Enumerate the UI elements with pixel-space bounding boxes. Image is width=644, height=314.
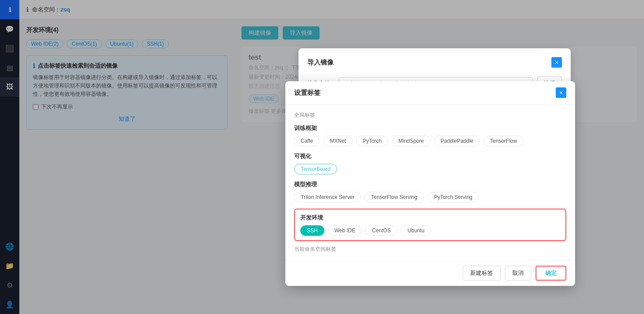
tag-triton[interactable]: Triton Inference Server — [294, 192, 361, 202]
tags-dialog-footer: 新建标签 取消 确定 — [285, 260, 575, 286]
tag-mindspore[interactable]: MindSpore — [392, 136, 431, 146]
tag-tensorboard[interactable]: TensorBoard — [294, 164, 337, 174]
tag-paddlepaddle[interactable]: PaddlePaddle — [434, 136, 480, 146]
tag-pytorch[interactable]: PyTorch — [356, 136, 388, 146]
dev-env-tags-row: SSH Web IDE CentOS Ubuntu — [300, 225, 560, 236]
tags-dialog: 设置标签 × 全局标签 训练框架 Caffe MXNet PyTorch Min… — [285, 81, 575, 286]
tags-confirm-button[interactable]: 确定 — [536, 266, 566, 281]
training-tags-row: Caffe MXNet PyTorch MindSpore PaddlePadd… — [294, 136, 566, 146]
model-inference-section: 模型推理 Triton Inference Server TensorFlow … — [294, 180, 566, 202]
new-tag-button[interactable]: 新建标签 — [463, 266, 500, 281]
training-section-title: 训练框架 — [294, 124, 566, 132]
tag-ubuntu[interactable]: Ubuntu — [401, 225, 431, 236]
tag-tensorflow-serving[interactable]: TensorFlow Serving — [364, 192, 424, 202]
namespace-tags-label: 当前命名空间标签 — [294, 245, 566, 253]
visualization-tags-row: TensorBoard — [294, 164, 566, 174]
tag-centos[interactable]: CentOS — [365, 225, 397, 236]
tag-web-ide[interactable]: Web IDE — [328, 225, 362, 236]
global-tags-label: 全局标签 — [294, 112, 566, 119]
tags-cancel-button[interactable]: 取消 — [505, 266, 531, 281]
import-dialog-title: 导入镜像 — [307, 58, 334, 67]
model-inference-tags-row: Triton Inference Server TensorFlow Servi… — [294, 192, 566, 202]
training-section: 训练框架 Caffe MXNet PyTorch MindSpore Paddl… — [294, 124, 566, 146]
model-inference-section-title: 模型推理 — [294, 180, 566, 188]
tags-dialog-body: 全局标签 训练框架 Caffe MXNet PyTorch MindSpore … — [285, 105, 575, 260]
visualization-section-title: 可视化 — [294, 152, 566, 160]
tags-dialog-close-button[interactable]: × — [556, 87, 566, 98]
import-dialog-close-button[interactable]: × — [551, 57, 562, 68]
dev-env-tags-section: 开发环境 SSH Web IDE CentOS Ubuntu — [294, 209, 566, 241]
visualization-section: 可视化 TensorBoard — [294, 152, 566, 174]
tag-mxnet[interactable]: MXNet — [323, 136, 353, 146]
tag-ssh[interactable]: SSH — [300, 225, 324, 236]
tag-caffe[interactable]: Caffe — [294, 136, 320, 146]
tag-tensorflow[interactable]: TensorFlow — [483, 136, 523, 146]
tags-dialog-header: 设置标签 × — [285, 81, 575, 105]
import-dialog-header: 导入镜像 × — [307, 57, 562, 68]
tags-dialog-title: 设置标签 — [294, 89, 320, 97]
tag-pytorch-serving[interactable]: PyTorch Serving — [428, 192, 479, 202]
dev-env-section-title: 开发环境 — [300, 214, 560, 222]
